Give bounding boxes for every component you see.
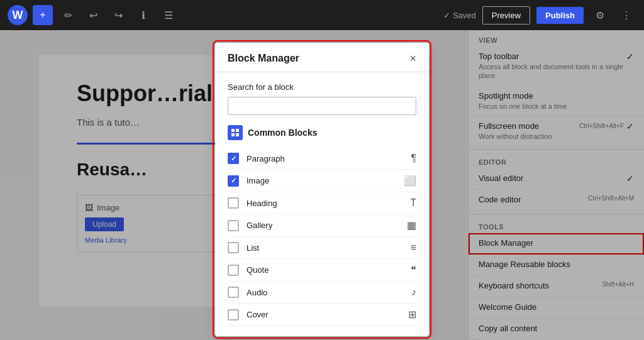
search-label: Search for a block <box>228 82 416 92</box>
top-bar-right: ✓ Saved Preview Publish ⚙ ⋮ <box>443 5 636 25</box>
block-type-icon-heading: T <box>410 197 416 209</box>
common-blocks-title: Common Blocks <box>248 128 317 138</box>
wp-logo: W <box>8 5 28 25</box>
list-view-button[interactable]: ☰ <box>158 5 179 25</box>
block-item[interactable]: Audio♪ <box>228 282 416 304</box>
block-type-icon-audio: ♪ <box>411 287 416 298</box>
block-item[interactable]: Image⬜ <box>228 170 416 192</box>
edit-button[interactable]: ✏ <box>58 5 78 25</box>
block-type-icon-image: ⬜ <box>404 175 416 187</box>
block-name-heading: Heading <box>247 199 410 208</box>
block-item[interactable]: Cover⊞ <box>228 304 416 326</box>
block-checkbox-cover[interactable] <box>228 309 239 321</box>
block-list: Paragraph¶Image⬜HeadingTGallery▦List≡Quo… <box>228 148 416 326</box>
block-item[interactable]: Quote❝ <box>228 259 416 282</box>
block-checkbox-list[interactable] <box>228 242 239 253</box>
block-checkbox-paragraph[interactable] <box>228 153 239 164</box>
modal-close-button[interactable]: × <box>409 53 416 64</box>
block-item[interactable]: HeadingT <box>228 192 416 214</box>
info-button[interactable]: ℹ <box>133 5 153 25</box>
svg-rect-0 <box>231 129 235 132</box>
block-name-audio: Audio <box>247 288 411 297</box>
undo-button[interactable]: ↩ <box>83 5 103 25</box>
modal-header: Block Manager × <box>215 43 429 72</box>
block-checkbox-audio[interactable] <box>228 287 239 298</box>
block-checkbox-image[interactable] <box>228 175 239 187</box>
block-name-gallery: Gallery <box>247 221 407 230</box>
block-name-quote: Quote <box>247 265 411 275</box>
add-block-button[interactable]: + <box>33 5 53 25</box>
block-item[interactable]: List≡ <box>228 237 416 259</box>
top-toolbar: W + ✏ ↩ ↪ ℹ ☰ ✓ Saved Preview Publish ⚙ … <box>0 0 644 30</box>
preview-button[interactable]: Preview <box>482 6 530 25</box>
block-item[interactable]: Gallery▦ <box>228 214 416 237</box>
common-blocks-icon <box>228 125 243 140</box>
redo-button[interactable]: ↪ <box>108 5 128 25</box>
svg-rect-1 <box>236 129 239 132</box>
block-name-paragraph: Paragraph <box>247 154 411 163</box>
block-type-icon-list: ≡ <box>411 242 416 253</box>
svg-rect-3 <box>236 133 239 136</box>
publish-button[interactable]: Publish <box>536 7 584 24</box>
block-name-cover: Cover <box>247 310 408 319</box>
block-type-icon-quote: ❝ <box>411 264 416 276</box>
block-type-icon-cover: ⊞ <box>408 309 416 321</box>
block-checkbox-gallery[interactable] <box>228 220 239 231</box>
settings-icon-button[interactable]: ⚙ <box>590 5 610 25</box>
svg-rect-2 <box>231 133 235 136</box>
block-item[interactable]: Paragraph¶ <box>228 148 416 170</box>
search-input[interactable] <box>228 97 416 115</box>
common-blocks-header: Common Blocks <box>228 125 416 140</box>
block-manager-modal: Block Manager × Search for a block Commo… <box>215 43 429 336</box>
modal-body: Search for a block Common Blocks Paragra… <box>215 72 429 336</box>
block-name-list: List <box>247 243 411 253</box>
block-type-icon-gallery: ▦ <box>407 219 416 231</box>
block-name-image: Image <box>247 176 404 185</box>
modal-title: Block Manager <box>228 53 299 64</box>
block-type-icon-paragraph: ¶ <box>411 153 416 164</box>
modal-overlay: Block Manager × Search for a block Commo… <box>0 30 644 340</box>
block-checkbox-quote[interactable] <box>228 265 239 276</box>
more-options-button[interactable]: ⋮ <box>616 5 636 25</box>
block-checkbox-heading[interactable] <box>228 197 239 209</box>
saved-status: ✓ Saved <box>443 11 475 20</box>
